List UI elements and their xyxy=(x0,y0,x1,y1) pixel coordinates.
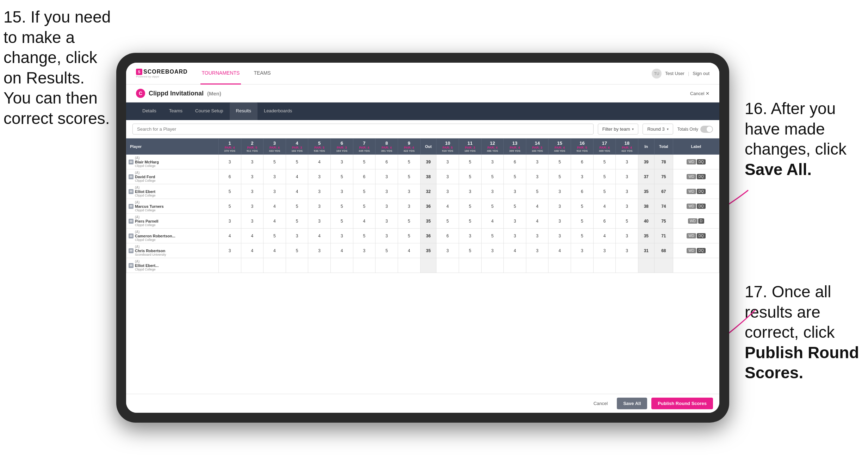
score-front-7[interactable] xyxy=(353,184,376,199)
score-front-6[interactable] xyxy=(331,243,353,258)
score-input-front-6[interactable] xyxy=(337,246,346,256)
score-input-front-9[interactable] xyxy=(404,261,414,270)
score-input-front-6[interactable] xyxy=(337,201,346,211)
score-input-back-13[interactable] xyxy=(510,261,520,270)
score-back-14[interactable] xyxy=(526,169,548,184)
score-input-back-14[interactable] xyxy=(533,261,542,270)
score-back-12[interactable] xyxy=(481,214,504,229)
score-input-back-13[interactable] xyxy=(510,231,520,241)
score-front-5[interactable] xyxy=(308,214,331,229)
score-input-back-10[interactable] xyxy=(443,216,452,226)
score-back-12[interactable] xyxy=(481,169,504,184)
score-front-8[interactable] xyxy=(376,214,398,229)
score-input-back-16[interactable] xyxy=(577,201,587,211)
score-back-12[interactable] xyxy=(481,243,504,258)
score-back-16[interactable] xyxy=(571,169,594,184)
score-input-front-8[interactable] xyxy=(382,261,391,270)
score-input-back-13[interactable] xyxy=(510,201,520,211)
score-front-2[interactable] xyxy=(241,199,264,214)
score-back-16[interactable] xyxy=(571,243,594,258)
score-input-front-4[interactable] xyxy=(292,157,302,167)
nav-tournaments[interactable]: TOURNAMENTS xyxy=(200,63,241,85)
score-input-back-15[interactable] xyxy=(555,246,564,256)
score-back-17[interactable] xyxy=(593,214,616,229)
score-input-front-7[interactable] xyxy=(360,172,369,182)
score-front-9[interactable] xyxy=(398,214,420,229)
score-input-back-17[interactable] xyxy=(600,187,609,197)
score-input-front-4[interactable] xyxy=(292,246,302,256)
score-input-back-12[interactable] xyxy=(488,246,497,256)
score-input-back-14[interactable] xyxy=(533,216,542,226)
score-input-back-11[interactable] xyxy=(465,201,475,211)
score-input-back-18[interactable] xyxy=(622,201,632,211)
score-front-1[interactable] xyxy=(218,214,241,229)
score-input-back-17[interactable] xyxy=(600,261,609,270)
score-input-back-10[interactable] xyxy=(443,261,452,270)
score-back-11[interactable] xyxy=(459,258,481,273)
score-back-13[interactable] xyxy=(504,229,526,243)
score-input-back-17[interactable] xyxy=(600,246,609,256)
score-input-front-3[interactable] xyxy=(270,172,279,182)
score-input-front-4[interactable] xyxy=(292,261,302,270)
score-input-front-1[interactable] xyxy=(225,231,234,241)
score-front-2[interactable] xyxy=(241,169,264,184)
score-front-5[interactable] xyxy=(308,184,331,199)
score-input-back-13[interactable] xyxy=(510,187,520,197)
score-front-6[interactable] xyxy=(331,214,353,229)
score-input-back-11[interactable] xyxy=(465,172,475,182)
score-input-front-4[interactable] xyxy=(292,172,302,182)
score-back-10[interactable] xyxy=(436,258,459,273)
score-input-back-18[interactable] xyxy=(622,216,632,226)
round-selector-btn[interactable]: Round 3 ▾ xyxy=(643,124,673,135)
score-input-back-18[interactable] xyxy=(622,157,632,167)
save-all-btn[interactable]: Save All xyxy=(617,398,647,409)
score-input-front-1[interactable] xyxy=(225,246,234,256)
score-front-7[interactable] xyxy=(353,243,376,258)
score-input-back-11[interactable] xyxy=(465,187,475,197)
score-back-11[interactable] xyxy=(459,243,481,258)
score-input-back-18[interactable] xyxy=(622,187,632,197)
score-input-back-13[interactable] xyxy=(510,157,520,167)
score-front-4[interactable] xyxy=(286,199,308,214)
score-back-15[interactable] xyxy=(548,155,571,169)
score-input-back-18[interactable] xyxy=(622,172,632,182)
score-input-back-15[interactable] xyxy=(555,201,564,211)
score-front-6[interactable] xyxy=(331,184,353,199)
score-front-9[interactable] xyxy=(398,258,420,273)
score-front-8[interactable] xyxy=(376,184,398,199)
dq-button[interactable]: DQ xyxy=(697,233,706,238)
score-input-front-9[interactable] xyxy=(404,216,414,226)
wd-button[interactable]: WD xyxy=(687,204,696,209)
score-front-7[interactable] xyxy=(353,229,376,243)
score-front-4[interactable] xyxy=(286,169,308,184)
score-input-front-3[interactable] xyxy=(270,187,279,197)
wd-button[interactable]: WD xyxy=(687,233,696,238)
score-input-front-3[interactable] xyxy=(270,231,279,241)
score-input-front-2[interactable] xyxy=(248,172,257,182)
score-input-front-6[interactable] xyxy=(337,187,346,197)
score-back-10[interactable] xyxy=(436,229,459,243)
score-back-16[interactable] xyxy=(571,155,594,169)
score-front-8[interactable] xyxy=(376,258,398,273)
score-back-13[interactable] xyxy=(504,155,526,169)
score-input-back-15[interactable] xyxy=(555,172,564,182)
score-back-14[interactable] xyxy=(526,214,548,229)
score-input-front-7[interactable] xyxy=(360,201,369,211)
filter-by-team-btn[interactable]: Filter by team ▾ xyxy=(598,124,639,135)
score-front-5[interactable] xyxy=(308,155,331,169)
score-input-back-14[interactable] xyxy=(533,157,542,167)
score-front-2[interactable] xyxy=(241,258,264,273)
score-input-back-13[interactable] xyxy=(510,216,520,226)
score-back-10[interactable] xyxy=(436,243,459,258)
totals-toggle-switch[interactable] xyxy=(700,126,713,133)
score-front-3[interactable] xyxy=(264,184,286,199)
score-input-front-8[interactable] xyxy=(382,172,391,182)
score-input-front-7[interactable] xyxy=(360,187,369,197)
score-front-3[interactable] xyxy=(264,243,286,258)
score-input-front-1[interactable] xyxy=(225,187,234,197)
score-input-front-4[interactable] xyxy=(292,201,302,211)
score-front-8[interactable] xyxy=(376,229,398,243)
score-front-6[interactable] xyxy=(331,229,353,243)
score-front-7[interactable] xyxy=(353,155,376,169)
score-back-17[interactable] xyxy=(593,229,616,243)
